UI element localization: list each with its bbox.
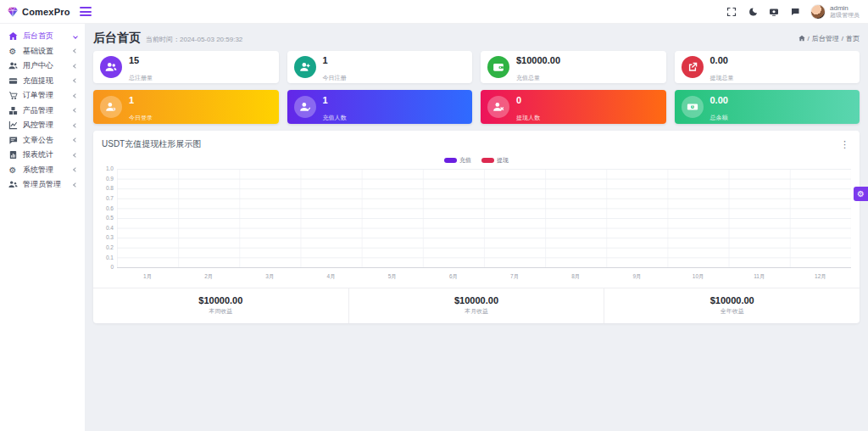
brand-name: ComexPro (22, 7, 70, 17)
arrow-out-icon (682, 56, 704, 78)
chart-legend: 充值 提现 (93, 154, 860, 167)
users-icon (8, 61, 18, 71)
fullscreen-icon[interactable] (726, 6, 737, 17)
user-role: 超级管理员 (830, 12, 860, 19)
sidebar: 后台首页 ⚙ 基础设置 用户中心 充值提现 订单管理 产品管理 风控管理 文章公… (0, 24, 85, 431)
summary-week: $10000.00 本周收益 (93, 288, 348, 323)
admin-users-icon (8, 180, 18, 190)
logo[interactable]: ComexPro (0, 6, 85, 18)
sidebar-item-system[interactable]: ⚙ 系统管理 (0, 163, 85, 178)
screen-icon[interactable] (768, 6, 779, 17)
settings-gear-button[interactable]: ⚙ (854, 187, 868, 201)
legend-recharge[interactable]: 充值 (444, 156, 471, 165)
sidebar-item-dashboard[interactable]: 后台首页 (0, 29, 85, 44)
sidebar-item-user-center[interactable]: 用户中心 (0, 59, 85, 74)
summary-month: $10000.00 本月收益 (348, 288, 604, 323)
stat-value: 15 (129, 55, 139, 65)
home-icon (798, 35, 805, 42)
users-icon (100, 56, 122, 78)
sidebar-item-products[interactable]: 产品管理 (0, 104, 85, 119)
risk-chart-icon (8, 120, 18, 131)
gradient-cards-row: $ 1今日登录 1充值人数 0提现人数 $ 0.00总余额 (93, 90, 860, 124)
y-axis: 1.00.9 0.80.7 0.60.5 0.40.3 0.20.1 0 (98, 166, 117, 271)
sidebar-item-reports[interactable]: 报表统计 (0, 148, 85, 163)
x-axis: 1月2月 3月4月 5月6月 7月8月 9月10月 11月12月 (117, 273, 851, 281)
sidebar-item-orders[interactable]: 订单管理 (0, 88, 85, 104)
money-icon (8, 76, 18, 86)
user-plus-icon (294, 56, 316, 78)
current-time: 当前时间：2024-05-03 20:59:32 (146, 35, 242, 44)
chart-title: USDT充值提现柱形展示图 (102, 138, 201, 150)
kebab-menu-icon[interactable]: ⋮ (838, 140, 851, 149)
chart-card: USDT充值提现柱形展示图 ⋮ 充值 提现 1.00.9 0.80.7 0.60… (93, 131, 860, 323)
grad-card-total-balance: $ 0.00总余额 (675, 90, 860, 124)
legend-swatch-recharge (444, 158, 457, 163)
summary-year: $10000.00 全年收益 (604, 288, 860, 323)
page-title: 后台首页 (93, 31, 141, 46)
stat-card-today-registered: 1今日注册 (287, 51, 473, 83)
cart-icon (8, 91, 18, 101)
gears-icon: ⚙ (8, 46, 18, 56)
bar-chart-grid (117, 169, 851, 268)
avatar[interactable] (810, 4, 826, 20)
products-icon (8, 105, 18, 115)
user-name: admin (830, 4, 860, 12)
sidebar-item-risk[interactable]: 风控管理 (0, 118, 85, 133)
article-icon (8, 135, 18, 145)
svg-text:$: $ (113, 108, 114, 111)
user-menu[interactable]: admin 超级管理员 (810, 4, 860, 20)
breadcrumb-home[interactable]: 首页 (846, 34, 860, 43)
breadcrumb-admin[interactable]: 后台管理 (812, 34, 839, 43)
chat-icon[interactable] (789, 6, 800, 17)
grad-card-withdraw-users: 0提现人数 (481, 90, 666, 124)
topbar: ComexPro admin 超级管理员 (0, 0, 868, 24)
legend-swatch-withdraw (481, 158, 494, 163)
stat-cards-row: 15总注册量 1今日注册 $10000.00充值总量 0.00提现总量 (93, 51, 860, 83)
system-gear-icon: ⚙ (8, 165, 18, 175)
grad-card-recharge-users: 1充值人数 (287, 90, 473, 124)
sidebar-item-admins[interactable]: 管理员管理 (0, 177, 85, 193)
user-check-icon (294, 96, 316, 118)
hamburger-menu-icon[interactable] (80, 7, 92, 16)
banknote-icon: $ (682, 96, 704, 118)
home-icon (8, 31, 18, 42)
sidebar-item-articles[interactable]: 文章公告 (0, 133, 85, 148)
sidebar-item-basic-settings[interactable]: ⚙ 基础设置 (0, 44, 85, 59)
wallet-icon (487, 56, 509, 78)
moon-icon[interactable] (747, 6, 758, 17)
user-login-icon: $ (100, 96, 122, 118)
summary-row: $10000.00 本周收益 $10000.00 本月收益 $10000.00 … (93, 288, 860, 323)
legend-withdraw[interactable]: 提现 (481, 156, 509, 165)
stat-label: 总注册量 (129, 75, 153, 81)
chart-plot-area: 1.00.9 0.80.7 0.60.5 0.40.3 0.20.1 0 (93, 167, 860, 271)
main-content: 后台首页 当前时间：2024-05-03 20:59:32 / 后台管理 / 首… (85, 24, 868, 431)
stat-card-total-registered: 15总注册量 (93, 51, 279, 83)
user-x-icon (487, 96, 509, 118)
stat-card-total-withdraw: 0.00提现总量 (675, 51, 860, 83)
gem-logo-icon (7, 6, 19, 18)
grad-card-today-login: $ 1今日登录 (93, 90, 279, 124)
sidebar-item-recharge-withdraw[interactable]: 充值提现 (0, 74, 85, 89)
report-icon (8, 150, 18, 160)
stat-card-total-recharge: $10000.00充值总量 (481, 51, 666, 83)
breadcrumb: / 后台管理 / 首页 (798, 34, 860, 43)
